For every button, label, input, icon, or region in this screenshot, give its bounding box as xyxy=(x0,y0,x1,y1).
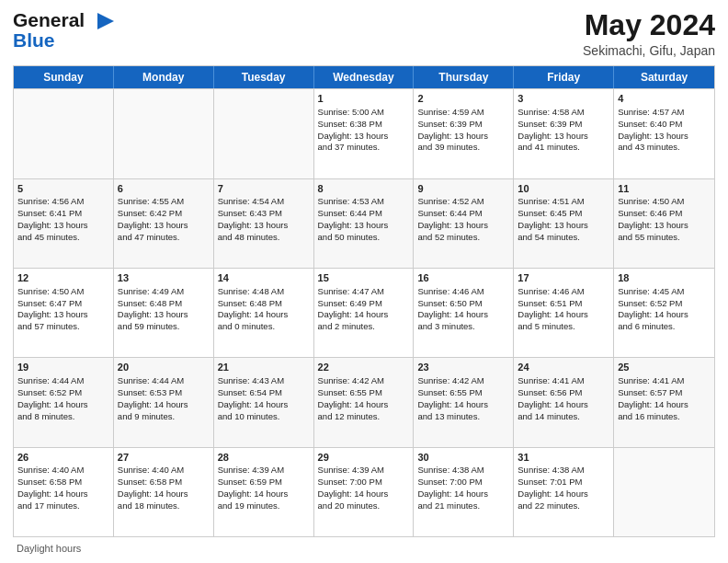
day-info: Sunset: 6:39 PM xyxy=(417,119,509,131)
cal-cell: 16Sunrise: 4:46 AMSunset: 6:50 PMDayligh… xyxy=(414,269,514,357)
day-info: Sunrise: 4:39 AM xyxy=(218,465,310,477)
day-info: and 19 minutes. xyxy=(218,500,310,512)
day-info: Sunset: 6:44 PM xyxy=(417,208,509,220)
cal-cell: 13Sunrise: 4:49 AMSunset: 6:48 PMDayligh… xyxy=(114,269,214,357)
cal-cell: 28Sunrise: 4:39 AMSunset: 6:59 PMDayligh… xyxy=(214,448,314,536)
day-number: 21 xyxy=(218,361,310,374)
cal-cell xyxy=(614,448,714,536)
day-number: 13 xyxy=(118,271,210,285)
day-info: Daylight: 13 hours xyxy=(318,131,410,143)
day-info: Sunset: 6:55 PM xyxy=(417,387,509,399)
day-info: Sunset: 6:57 PM xyxy=(618,387,711,399)
day-info: Sunset: 6:41 PM xyxy=(17,208,109,220)
day-info: and 5 minutes. xyxy=(518,321,609,333)
day-info: Daylight: 14 hours xyxy=(618,309,711,321)
footer: Daylight hours xyxy=(13,543,715,554)
cal-cell: 22Sunrise: 4:42 AMSunset: 6:55 PMDayligh… xyxy=(314,358,415,446)
day-number: 6 xyxy=(118,182,210,196)
calendar-body: 1Sunrise: 5:00 AMSunset: 6:38 PMDaylight… xyxy=(14,88,714,536)
day-info: Sunset: 6:38 PM xyxy=(318,119,410,131)
day-info: Sunrise: 4:42 AM xyxy=(417,375,509,387)
day-info: and 22 minutes. xyxy=(518,500,609,512)
cal-cell: 1Sunrise: 5:00 AMSunset: 6:38 PMDaylight… xyxy=(314,89,415,178)
day-info: Sunset: 7:00 PM xyxy=(417,477,509,488)
day-info: and 45 minutes. xyxy=(17,232,109,244)
day-number: 19 xyxy=(17,361,109,374)
cal-cell: 15Sunrise: 4:47 AMSunset: 6:49 PMDayligh… xyxy=(314,269,415,357)
header: General Blue May 2024 Sekimachi, Gifu, J… xyxy=(13,9,715,58)
calendar: SundayMondayTuesdayWednesdayThursdayFrid… xyxy=(13,65,715,537)
day-number: 31 xyxy=(518,451,609,465)
cal-header-monday: Monday xyxy=(114,66,214,88)
cal-cell: 6Sunrise: 4:55 AMSunset: 6:42 PMDaylight… xyxy=(114,179,214,268)
day-number: 23 xyxy=(417,361,509,374)
day-number: 15 xyxy=(318,271,410,285)
day-info: Sunset: 6:42 PM xyxy=(118,208,210,220)
cal-cell: 19Sunrise: 4:44 AMSunset: 6:52 PMDayligh… xyxy=(14,358,114,446)
cal-cell: 23Sunrise: 4:42 AMSunset: 6:55 PMDayligh… xyxy=(414,358,514,446)
svg-marker-0 xyxy=(97,13,114,29)
day-info: Sunrise: 4:38 AM xyxy=(417,465,509,477)
day-info: and 43 minutes. xyxy=(618,142,711,154)
day-info: Sunrise: 4:48 AM xyxy=(218,286,310,298)
day-info: Sunrise: 4:38 AM xyxy=(518,465,609,477)
cal-cell: 5Sunrise: 4:56 AMSunset: 6:41 PMDaylight… xyxy=(14,179,114,268)
day-number: 20 xyxy=(118,361,210,374)
day-info: Sunset: 7:00 PM xyxy=(318,477,410,488)
day-info: Sunset: 6:45 PM xyxy=(518,208,609,220)
cal-cell xyxy=(214,89,314,178)
day-info: Daylight: 14 hours xyxy=(218,309,310,321)
day-info: Daylight: 13 hours xyxy=(118,309,210,321)
day-info: and 55 minutes. xyxy=(618,232,711,244)
day-info: and 47 minutes. xyxy=(118,232,210,244)
day-info: Sunset: 6:43 PM xyxy=(218,208,310,220)
day-info: and 18 minutes. xyxy=(118,500,210,512)
cal-cell: 9Sunrise: 4:52 AMSunset: 6:44 PMDaylight… xyxy=(414,179,514,268)
day-number: 11 xyxy=(618,182,711,196)
day-info: Daylight: 13 hours xyxy=(417,131,509,143)
logo-general: General xyxy=(13,9,85,31)
cal-cell: 30Sunrise: 4:38 AMSunset: 7:00 PMDayligh… xyxy=(414,448,514,536)
day-info: Daylight: 13 hours xyxy=(518,131,609,143)
day-info: Sunset: 6:52 PM xyxy=(618,298,711,310)
day-number: 29 xyxy=(318,451,410,465)
cal-cell: 27Sunrise: 4:40 AMSunset: 6:58 PMDayligh… xyxy=(114,448,214,536)
day-info: and 6 minutes. xyxy=(618,321,711,333)
day-info: Sunrise: 4:40 AM xyxy=(118,465,210,477)
cal-cell: 8Sunrise: 4:53 AMSunset: 6:44 PMDaylight… xyxy=(314,179,415,268)
cal-week-3: 12Sunrise: 4:50 AMSunset: 6:47 PMDayligh… xyxy=(14,268,714,357)
day-info: Sunrise: 4:50 AM xyxy=(17,286,109,298)
cal-header-friday: Friday xyxy=(514,66,614,88)
day-info: Sunrise: 4:45 AM xyxy=(618,286,711,298)
day-info: Sunrise: 4:52 AM xyxy=(417,196,509,208)
cal-cell: 4Sunrise: 4:57 AMSunset: 6:40 PMDaylight… xyxy=(614,89,714,178)
day-info: and 48 minutes. xyxy=(218,232,310,244)
cal-cell: 18Sunrise: 4:45 AMSunset: 6:52 PMDayligh… xyxy=(614,269,714,357)
day-info: Sunrise: 4:40 AM xyxy=(17,465,109,477)
day-info: and 50 minutes. xyxy=(318,232,410,244)
day-number: 8 xyxy=(318,182,410,196)
cal-cell: 29Sunrise: 4:39 AMSunset: 7:00 PMDayligh… xyxy=(314,448,415,536)
cal-week-5: 26Sunrise: 4:40 AMSunset: 6:58 PMDayligh… xyxy=(14,447,714,536)
day-info: Daylight: 14 hours xyxy=(218,488,310,500)
day-info: Daylight: 14 hours xyxy=(417,488,509,500)
day-info: Sunrise: 4:54 AM xyxy=(218,196,310,208)
cal-cell: 25Sunrise: 4:41 AMSunset: 6:57 PMDayligh… xyxy=(614,358,714,446)
day-info: Sunset: 6:46 PM xyxy=(618,208,711,220)
day-info: Sunset: 7:01 PM xyxy=(518,477,609,488)
day-info: and 37 minutes. xyxy=(318,142,410,154)
day-info: Sunset: 6:53 PM xyxy=(118,387,210,399)
day-info: and 12 minutes. xyxy=(318,411,410,423)
day-info: and 0 minutes. xyxy=(218,321,310,333)
day-info: Sunset: 6:40 PM xyxy=(618,119,711,131)
day-info: Daylight: 13 hours xyxy=(618,220,711,232)
logo-blue: Blue xyxy=(13,29,55,52)
day-info: Daylight: 14 hours xyxy=(318,488,410,500)
day-info: and 2 minutes. xyxy=(318,321,410,333)
day-info: Daylight: 14 hours xyxy=(17,488,109,500)
cal-header-wednesday: Wednesday xyxy=(314,66,415,88)
day-info: and 10 minutes. xyxy=(218,411,310,423)
cal-cell: 12Sunrise: 4:50 AMSunset: 6:47 PMDayligh… xyxy=(14,269,114,357)
day-info: Daylight: 14 hours xyxy=(118,399,210,411)
day-info: and 16 minutes. xyxy=(618,411,711,423)
